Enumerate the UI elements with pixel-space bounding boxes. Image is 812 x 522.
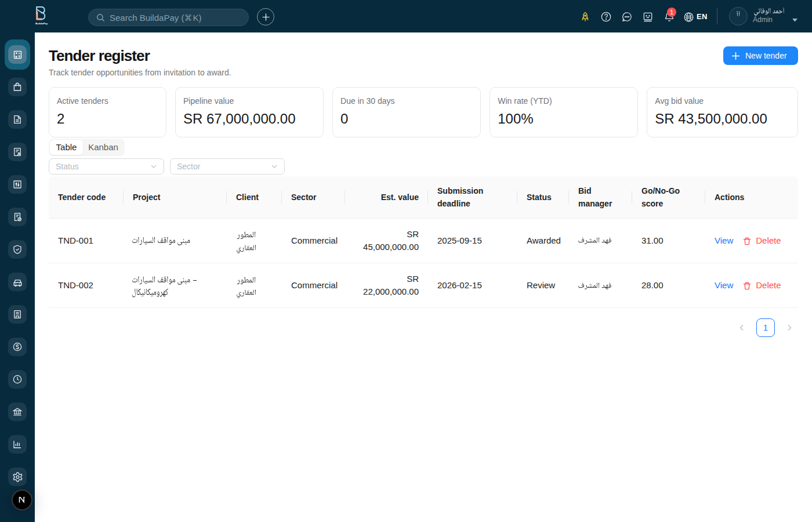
svg-text:BuildaPay: BuildaPay (35, 22, 48, 25)
